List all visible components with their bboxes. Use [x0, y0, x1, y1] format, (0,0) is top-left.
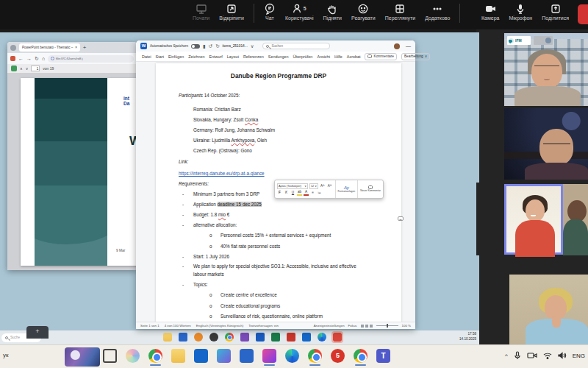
margin-comment-icon[interactable]: [398, 216, 404, 221]
word-search-box[interactable]: Suchen: [262, 43, 330, 49]
unpin-button[interactable]: Відкріпити: [219, 2, 244, 21]
tab-entwurf[interactable]: Entwurf: [209, 54, 222, 59]
file-explorer-icon[interactable]: [171, 349, 185, 363]
word-count[interactable]: 4 von 100 Wörtern: [165, 324, 191, 328]
start-share-button[interactable]: Почати: [193, 2, 209, 21]
font-name-select[interactable]: Aptos (Textkörper)∨: [277, 183, 308, 189]
zoom-level[interactable]: 100 %: [402, 324, 411, 328]
shrink-font-button[interactable]: A˅: [327, 183, 333, 189]
participants-button[interactable]: 5 Користувачі: [285, 2, 314, 21]
react-button[interactable]: Реагувати: [351, 2, 376, 21]
tab-close-icon[interactable]: ×: [75, 46, 77, 49]
more-button[interactable]: Додатково: [425, 2, 450, 21]
video-tile-participant-4[interactable]: [509, 275, 588, 344]
page-up-button[interactable]: ∧: [20, 66, 23, 71]
zoom-slider[interactable]: [376, 325, 398, 326]
raise-hand-button[interactable]: Підняти: [323, 2, 342, 21]
tab-ueberpruefen[interactable]: Überprüfen: [293, 54, 312, 59]
underline-button[interactable]: U: [290, 190, 295, 196]
leave-meeting-button[interactable]: [578, 4, 588, 24]
tab-hilfe[interactable]: Hilfe: [334, 54, 343, 59]
microphone-button[interactable]: Мікрофон: [509, 2, 532, 21]
home-button[interactable]: ⌂: [42, 56, 45, 61]
camera-button[interactable]: Камера: [481, 2, 499, 21]
tab-sendungen[interactable]: Sendungen: [268, 54, 289, 59]
tray-camera-icon[interactable]: [527, 352, 537, 359]
tray-mic-icon[interactable]: [514, 351, 521, 360]
autosave-toggle[interactable]: [191, 44, 200, 49]
settings-icon[interactable]: [209, 333, 218, 342]
calculator-icon[interactable]: [240, 349, 254, 363]
firefox-icon[interactable]: [225, 333, 234, 342]
back-button[interactable]: ←: [18, 56, 24, 61]
browser-window[interactable]: PowerPoint bemutató - Thematic – × + ← →…: [7, 42, 137, 270]
redo-icon[interactable]: ↻: [215, 43, 219, 49]
video-tile-participant-1[interactable]: IFM: [504, 33, 588, 106]
notification-badge-icon[interactable]: 5: [331, 349, 345, 363]
clock-app-icon[interactable]: [194, 333, 203, 342]
background-tab-plus[interactable]: +: [26, 326, 49, 339]
list-button[interactable]: ≔: [317, 190, 322, 196]
tab-datei[interactable]: Datei: [142, 54, 151, 59]
extension-icon[interactable]: [10, 56, 15, 61]
tab-layout[interactable]: Layout: [227, 54, 239, 59]
weather-widget-label[interactable]: ук: [3, 352, 9, 358]
bold-button[interactable]: F: [277, 190, 282, 196]
italic-button[interactable]: K: [284, 190, 289, 196]
document-title[interactable]: items_251014...: [223, 44, 248, 48]
interreg-link[interactable]: https://interreg-danube.eu/drp-at-a-glan…: [179, 171, 265, 176]
display-settings[interactable]: Anzeigeeinstellungen: [314, 324, 345, 328]
page-down-button[interactable]: ∨: [26, 66, 29, 71]
page-number-input[interactable]: 1: [31, 66, 40, 71]
sidebar-toggle-icon[interactable]: [11, 66, 17, 71]
edge-icon[interactable]: [318, 333, 326, 342]
chat-button[interactable]: Чат: [264, 2, 276, 21]
browser-tab[interactable]: PowerPoint bemutató - Thematic – ×: [19, 43, 80, 52]
designer-icon[interactable]: [217, 349, 231, 363]
teams-icon[interactable]: T: [376, 349, 390, 363]
active-speaker-tile[interactable]: [504, 184, 563, 255]
shared-clock[interactable]: 17:58 14.10.2025: [459, 331, 476, 342]
tray-wifi-icon[interactable]: [543, 352, 552, 359]
excel-icon[interactable]: [271, 333, 280, 342]
copilot-icon[interactable]: [126, 349, 140, 363]
language-status[interactable]: Englisch (Vereinigtes Königreich): [196, 324, 243, 328]
grow-font-button[interactable]: A˄: [320, 183, 326, 189]
tab-ansicht[interactable]: Ansicht: [317, 54, 330, 59]
new-comment-button[interactable]: Neuer Kommentar: [357, 180, 383, 198]
video-tile-participant-2[interactable]: [504, 108, 588, 180]
forward-button[interactable]: →: [26, 56, 32, 61]
reload-button[interactable]: ↻: [35, 56, 39, 62]
editing-mode-button[interactable]: Bearbeitung ∨: [401, 53, 430, 60]
language-indicator[interactable]: ENG: [573, 353, 585, 359]
save-app-icon[interactable]: [262, 349, 276, 363]
photos-icon[interactable]: [179, 333, 187, 342]
calendar-icon[interactable]: [194, 349, 208, 363]
file-explorer-icon[interactable]: [163, 333, 172, 342]
onenote-icon[interactable]: [240, 333, 249, 342]
page-count[interactable]: Seite 1 von 1: [140, 324, 159, 328]
tab-start[interactable]: Start: [156, 54, 164, 59]
powerpoint-icon[interactable]: [287, 333, 295, 342]
share-button[interactable]: Поділитися: [542, 2, 569, 21]
new-tab-button[interactable]: +: [83, 44, 87, 51]
comments-button[interactable]: Kommentare: [365, 53, 396, 60]
styles-button[interactable]: Ay Formatvorlagen: [335, 180, 358, 198]
minimize-button[interactable]: —: [406, 43, 411, 49]
edge-icon[interactable]: [285, 349, 299, 363]
chrome-profile2-icon[interactable]: [354, 349, 368, 363]
view-button[interactable]: Переглянути: [385, 2, 415, 21]
tray-speaker-icon[interactable]: [558, 352, 567, 359]
align-button[interactable]: ≡: [310, 190, 315, 196]
chrome-profile-icon[interactable]: [308, 349, 322, 363]
word-window[interactable]: W Automatisches Speichern ▮ ↺ ↻ items_25…: [136, 40, 415, 329]
powerpoint-active-icon[interactable]: [333, 333, 342, 342]
task-view-button[interactable]: [103, 349, 117, 363]
view-mode-icons[interactable]: [361, 325, 373, 328]
highlight-button[interactable]: ab: [297, 190, 302, 196]
focus-mode[interactable]: Fokus: [348, 324, 357, 328]
chrome-icon[interactable]: [148, 349, 162, 363]
save-icon[interactable]: ▮: [203, 43, 206, 49]
account-avatar[interactable]: [394, 43, 400, 49]
tab-referenzen[interactable]: Referenzen: [243, 54, 264, 59]
